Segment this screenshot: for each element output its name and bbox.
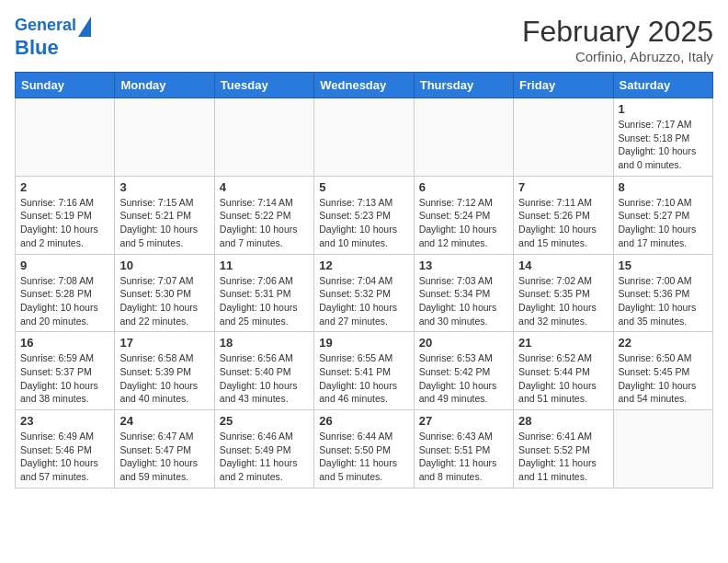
day-number: 8 xyxy=(619,180,708,194)
calendar-day-cell: 13Sunrise: 7:03 AM Sunset: 5:34 PM Dayli… xyxy=(414,254,513,332)
calendar-day-cell: 19Sunrise: 6:55 AM Sunset: 5:41 PM Dayli… xyxy=(314,332,414,410)
day-number: 12 xyxy=(319,259,408,272)
calendar-day-cell: 16Sunrise: 6:59 AM Sunset: 5:37 PM Dayli… xyxy=(16,332,115,410)
title-block: February 2025 Corfinio, Abruzzo, Italy xyxy=(522,15,713,64)
calendar-day-cell xyxy=(314,98,414,177)
day-info: Sunrise: 6:46 AM Sunset: 5:49 PM Dayligh… xyxy=(220,430,309,484)
day-info: Sunrise: 7:13 AM Sunset: 5:23 PM Dayligh… xyxy=(319,196,408,250)
day-number: 28 xyxy=(518,414,608,428)
logo-text: General xyxy=(15,17,76,35)
day-number: 20 xyxy=(419,336,508,350)
calendar-table: SundayMondayTuesdayWednesdayThursdayFrid… xyxy=(15,72,713,488)
day-info: Sunrise: 6:50 AM Sunset: 5:45 PM Dayligh… xyxy=(619,351,708,406)
calendar-day-cell: 4Sunrise: 7:14 AM Sunset: 5:22 PM Daylig… xyxy=(214,176,313,254)
day-number: 16 xyxy=(20,336,109,350)
day-info: Sunrise: 7:11 AM Sunset: 5:26 PM Dayligh… xyxy=(518,196,608,250)
day-info: Sunrise: 6:55 AM Sunset: 5:41 PM Dayligh… xyxy=(319,351,408,406)
calendar-day-cell: 18Sunrise: 6:56 AM Sunset: 5:40 PM Dayli… xyxy=(214,332,313,410)
calendar-day-cell: 9Sunrise: 7:08 AM Sunset: 5:28 PM Daylig… xyxy=(16,254,115,332)
day-number: 11 xyxy=(220,259,309,272)
calendar-day-cell xyxy=(16,98,115,177)
day-number: 2 xyxy=(20,180,109,194)
calendar-day-cell: 7Sunrise: 7:11 AM Sunset: 5:26 PM Daylig… xyxy=(514,176,613,254)
day-number: 25 xyxy=(220,414,309,428)
calendar-day-cell xyxy=(414,98,513,177)
calendar-day-cell: 14Sunrise: 7:02 AM Sunset: 5:35 PM Dayli… xyxy=(514,254,613,332)
day-number: 13 xyxy=(419,259,508,272)
calendar-day-cell: 17Sunrise: 6:58 AM Sunset: 5:39 PM Dayli… xyxy=(115,332,214,410)
calendar-day-cell: 1Sunrise: 7:17 AM Sunset: 5:18 PM Daylig… xyxy=(613,98,712,177)
weekday-header: Monday xyxy=(115,73,214,98)
calendar-day-cell: 24Sunrise: 6:47 AM Sunset: 5:47 PM Dayli… xyxy=(115,410,214,488)
day-info: Sunrise: 7:02 AM Sunset: 5:35 PM Dayligh… xyxy=(518,274,608,328)
location: Corfinio, Abruzzo, Italy xyxy=(522,49,713,64)
day-number: 5 xyxy=(319,180,408,194)
logo: General Blue xyxy=(15,15,91,59)
weekday-header: Sunday xyxy=(16,73,115,98)
day-number: 23 xyxy=(20,414,109,428)
day-info: Sunrise: 6:58 AM Sunset: 5:39 PM Dayligh… xyxy=(119,351,209,406)
calendar-day-cell: 15Sunrise: 7:00 AM Sunset: 5:36 PM Dayli… xyxy=(613,254,712,332)
weekday-header: Thursday xyxy=(414,73,513,98)
calendar-week-row: 23Sunrise: 6:49 AM Sunset: 5:46 PM Dayli… xyxy=(16,410,713,488)
day-number: 9 xyxy=(20,259,109,272)
calendar-day-cell: 12Sunrise: 7:04 AM Sunset: 5:32 PM Dayli… xyxy=(314,254,414,332)
calendar-day-cell: 11Sunrise: 7:06 AM Sunset: 5:31 PM Dayli… xyxy=(214,254,313,332)
day-info: Sunrise: 7:15 AM Sunset: 5:21 PM Dayligh… xyxy=(119,196,209,250)
day-info: Sunrise: 7:03 AM Sunset: 5:34 PM Dayligh… xyxy=(419,274,508,328)
calendar-day-cell: 27Sunrise: 6:43 AM Sunset: 5:51 PM Dayli… xyxy=(414,410,513,488)
calendar-day-cell: 6Sunrise: 7:12 AM Sunset: 5:24 PM Daylig… xyxy=(414,176,513,254)
day-number: 7 xyxy=(518,180,608,194)
day-number: 21 xyxy=(518,336,608,350)
calendar-day-cell: 5Sunrise: 7:13 AM Sunset: 5:23 PM Daylig… xyxy=(314,176,414,254)
logo-triangle-icon xyxy=(78,17,91,37)
day-number: 10 xyxy=(119,259,209,272)
weekday-header: Saturday xyxy=(613,73,712,98)
calendar-day-cell: 10Sunrise: 7:07 AM Sunset: 5:30 PM Dayli… xyxy=(115,254,214,332)
day-info: Sunrise: 6:47 AM Sunset: 5:47 PM Dayligh… xyxy=(119,430,209,484)
day-number: 26 xyxy=(319,414,408,428)
day-info: Sunrise: 7:17 AM Sunset: 5:18 PM Dayligh… xyxy=(619,118,708,172)
page-header: General Blue February 2025 Corfinio, Abr… xyxy=(15,15,713,64)
calendar-week-row: 9Sunrise: 7:08 AM Sunset: 5:28 PM Daylig… xyxy=(16,254,713,332)
calendar-day-cell xyxy=(613,410,712,488)
calendar-day-cell: 2Sunrise: 7:16 AM Sunset: 5:19 PM Daylig… xyxy=(16,176,115,254)
calendar-header-row: SundayMondayTuesdayWednesdayThursdayFrid… xyxy=(16,73,713,98)
calendar-week-row: 16Sunrise: 6:59 AM Sunset: 5:37 PM Dayli… xyxy=(16,332,713,410)
month-title: February 2025 xyxy=(522,15,713,49)
day-info: Sunrise: 6:49 AM Sunset: 5:46 PM Dayligh… xyxy=(20,430,109,484)
day-number: 18 xyxy=(220,336,309,350)
calendar-day-cell xyxy=(115,98,214,177)
weekday-header: Wednesday xyxy=(314,73,414,98)
calendar-week-row: 1Sunrise: 7:17 AM Sunset: 5:18 PM Daylig… xyxy=(16,98,713,177)
day-info: Sunrise: 6:52 AM Sunset: 5:44 PM Dayligh… xyxy=(518,351,608,406)
weekday-header: Friday xyxy=(514,73,613,98)
day-info: Sunrise: 7:08 AM Sunset: 5:28 PM Dayligh… xyxy=(20,274,109,328)
day-info: Sunrise: 7:14 AM Sunset: 5:22 PM Dayligh… xyxy=(220,196,309,250)
day-number: 17 xyxy=(119,336,209,350)
weekday-header: Tuesday xyxy=(214,73,313,98)
day-info: Sunrise: 6:56 AM Sunset: 5:40 PM Dayligh… xyxy=(220,351,309,406)
day-info: Sunrise: 6:41 AM Sunset: 5:52 PM Dayligh… xyxy=(518,430,608,484)
day-info: Sunrise: 7:12 AM Sunset: 5:24 PM Dayligh… xyxy=(419,196,508,250)
calendar-day-cell: 21Sunrise: 6:52 AM Sunset: 5:44 PM Dayli… xyxy=(514,332,613,410)
day-number: 1 xyxy=(619,102,708,116)
day-info: Sunrise: 7:10 AM Sunset: 5:27 PM Dayligh… xyxy=(619,196,708,250)
calendar-day-cell: 8Sunrise: 7:10 AM Sunset: 5:27 PM Daylig… xyxy=(613,176,712,254)
calendar-day-cell: 25Sunrise: 6:46 AM Sunset: 5:49 PM Dayli… xyxy=(214,410,313,488)
day-info: Sunrise: 6:43 AM Sunset: 5:51 PM Dayligh… xyxy=(419,430,508,484)
calendar-day-cell: 26Sunrise: 6:44 AM Sunset: 5:50 PM Dayli… xyxy=(314,410,414,488)
day-info: Sunrise: 6:59 AM Sunset: 5:37 PM Dayligh… xyxy=(20,351,109,406)
day-info: Sunrise: 7:04 AM Sunset: 5:32 PM Dayligh… xyxy=(319,274,408,328)
day-number: 3 xyxy=(119,180,209,194)
day-number: 22 xyxy=(619,336,708,350)
calendar-day-cell xyxy=(214,98,313,177)
calendar-day-cell: 23Sunrise: 6:49 AM Sunset: 5:46 PM Dayli… xyxy=(16,410,115,488)
calendar-day-cell: 3Sunrise: 7:15 AM Sunset: 5:21 PM Daylig… xyxy=(115,176,214,254)
calendar-day-cell: 20Sunrise: 6:53 AM Sunset: 5:42 PM Dayli… xyxy=(414,332,513,410)
day-info: Sunrise: 7:06 AM Sunset: 5:31 PM Dayligh… xyxy=(220,274,309,328)
day-info: Sunrise: 7:16 AM Sunset: 5:19 PM Dayligh… xyxy=(20,196,109,250)
day-number: 24 xyxy=(119,414,209,428)
day-number: 14 xyxy=(518,259,608,272)
day-number: 27 xyxy=(419,414,508,428)
